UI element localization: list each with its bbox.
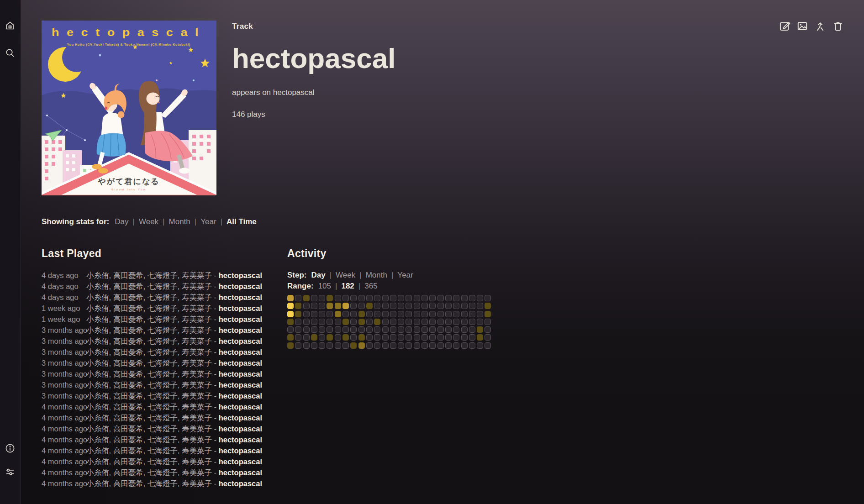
track-link[interactable]: hectopascal	[219, 446, 262, 455]
activity-day-cell[interactable]	[350, 326, 357, 333]
activity-day-cell[interactable]	[335, 326, 341, 333]
step-option-day[interactable]: Day	[311, 271, 326, 279]
activity-day-cell[interactable]	[469, 319, 475, 325]
track-link[interactable]: hectopascal	[219, 337, 262, 345]
stats-option-year[interactable]: Year	[200, 217, 216, 226]
activity-day-cell[interactable]	[295, 342, 301, 349]
activity-day-cell[interactable]	[437, 303, 444, 309]
activity-day-cell[interactable]	[287, 303, 294, 309]
activity-day-cell[interactable]	[485, 326, 491, 333]
activity-day-cell[interactable]	[437, 311, 444, 317]
activity-day-cell[interactable]	[390, 303, 396, 309]
activity-day-cell[interactable]	[358, 334, 365, 341]
activity-day-cell[interactable]	[453, 319, 459, 325]
activity-day-cell[interactable]	[414, 342, 420, 349]
activity-day-cell[interactable]	[311, 295, 317, 301]
artist-links[interactable]: 小糸侑, 高田憂希, 七海燈子, 寿美菜子	[86, 403, 212, 411]
artist-links[interactable]: 小糸侑, 高田憂希, 七海燈子, 寿美菜子	[86, 436, 212, 444]
activity-day-cell[interactable]	[485, 303, 491, 309]
activity-day-cell[interactable]	[414, 326, 420, 333]
activity-day-cell[interactable]	[461, 342, 468, 349]
activity-day-cell[interactable]	[303, 295, 310, 301]
activity-day-cell[interactable]	[287, 342, 294, 349]
settings-sliders-icon[interactable]	[5, 467, 16, 478]
track-link[interactable]: hectopascal	[219, 381, 262, 389]
activity-day-cell[interactable]	[374, 295, 380, 301]
activity-day-cell[interactable]	[390, 334, 396, 341]
activity-day-cell[interactable]	[429, 319, 436, 325]
activity-day-cell[interactable]	[311, 311, 317, 317]
activity-day-cell[interactable]	[335, 311, 341, 317]
step-option-year[interactable]: Year	[397, 271, 413, 279]
artist-links[interactable]: 小糸侑, 高田憂希, 七海燈子, 寿美菜子	[86, 326, 212, 334]
search-icon[interactable]	[5, 47, 16, 58]
activity-day-cell[interactable]	[461, 326, 468, 333]
activity-day-cell[interactable]	[406, 342, 412, 349]
activity-day-cell[interactable]	[287, 334, 294, 341]
activity-day-cell[interactable]	[358, 295, 365, 301]
activity-day-cell[interactable]	[406, 326, 412, 333]
activity-day-cell[interactable]	[429, 295, 436, 301]
stats-option-month[interactable]: Month	[169, 217, 190, 226]
activity-day-cell[interactable]	[429, 311, 436, 317]
activity-day-cell[interactable]	[358, 311, 365, 317]
activity-day-cell[interactable]	[437, 334, 444, 341]
delete-icon[interactable]	[832, 20, 844, 32]
track-link[interactable]: hectopascal	[219, 304, 262, 312]
activity-day-cell[interactable]	[485, 342, 491, 349]
activity-day-cell[interactable]	[406, 311, 412, 317]
activity-day-cell[interactable]	[287, 311, 294, 317]
stats-option-all-time[interactable]: All Time	[227, 217, 257, 226]
activity-day-cell[interactable]	[445, 303, 452, 309]
activity-day-cell[interactable]	[437, 326, 444, 333]
activity-day-cell[interactable]	[358, 342, 365, 349]
activity-day-cell[interactable]	[374, 303, 380, 309]
activity-day-cell[interactable]	[342, 295, 349, 301]
activity-day-cell[interactable]	[366, 319, 373, 325]
artist-links[interactable]: 小糸侑, 高田憂希, 七海燈子, 寿美菜子	[86, 359, 212, 367]
activity-day-cell[interactable]	[295, 334, 301, 341]
activity-day-cell[interactable]	[421, 295, 428, 301]
activity-day-cell[interactable]	[327, 319, 333, 325]
activity-day-cell[interactable]	[303, 334, 310, 341]
activity-day-cell[interactable]	[421, 334, 428, 341]
stats-option-week[interactable]: Week	[139, 217, 158, 226]
activity-day-cell[interactable]	[390, 319, 396, 325]
activity-day-cell[interactable]	[406, 303, 412, 309]
stats-option-day[interactable]: Day	[115, 217, 128, 226]
activity-day-cell[interactable]	[303, 342, 310, 349]
activity-day-cell[interactable]	[429, 326, 436, 333]
track-link[interactable]: hectopascal	[219, 479, 262, 488]
activity-day-cell[interactable]	[295, 303, 301, 309]
activity-day-cell[interactable]	[469, 342, 475, 349]
artist-links[interactable]: 小糸侑, 高田憂希, 七海燈子, 寿美菜子	[86, 271, 212, 279]
activity-day-cell[interactable]	[398, 319, 404, 325]
activity-day-cell[interactable]	[342, 326, 349, 333]
activity-day-cell[interactable]	[398, 311, 404, 317]
activity-day-cell[interactable]	[311, 326, 317, 333]
track-link[interactable]: hectopascal	[219, 392, 262, 400]
activity-day-cell[interactable]	[295, 319, 301, 325]
activity-day-cell[interactable]	[342, 319, 349, 325]
info-icon[interactable]	[5, 443, 16, 454]
activity-day-cell[interactable]	[469, 295, 475, 301]
activity-day-cell[interactable]	[374, 319, 380, 325]
artist-links[interactable]: 小糸侑, 高田憂希, 七海燈子, 寿美菜子	[86, 457, 212, 466]
activity-day-cell[interactable]	[311, 319, 317, 325]
activity-day-cell[interactable]	[374, 326, 380, 333]
track-link[interactable]: hectopascal	[219, 436, 262, 444]
activity-day-cell[interactable]	[311, 342, 317, 349]
activity-day-cell[interactable]	[303, 303, 310, 309]
activity-day-cell[interactable]	[335, 342, 341, 349]
activity-day-cell[interactable]	[421, 319, 428, 325]
activity-day-cell[interactable]	[414, 319, 420, 325]
activity-day-cell[interactable]	[453, 295, 459, 301]
range-option-105[interactable]: 105	[318, 282, 331, 290]
activity-day-cell[interactable]	[327, 334, 333, 341]
activity-day-cell[interactable]	[319, 319, 325, 325]
activity-day-cell[interactable]	[350, 334, 357, 341]
activity-day-cell[interactable]	[311, 334, 317, 341]
activity-day-cell[interactable]	[398, 326, 404, 333]
activity-day-cell[interactable]	[461, 303, 468, 309]
artist-links[interactable]: 小糸侑, 高田憂希, 七海燈子, 寿美菜子	[86, 337, 212, 345]
